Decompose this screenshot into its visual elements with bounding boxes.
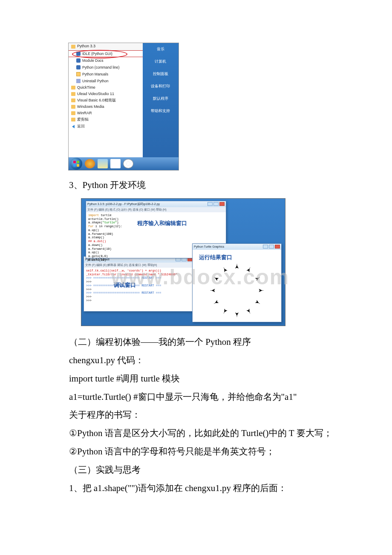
shell-output: self.tk.call((self._w, 'coords') + args)… [84, 268, 194, 304]
folder-icon [71, 86, 75, 90]
startmenu-item-uninstall: Uninstall Python [69, 78, 143, 84]
svg-rect-0 [73, 161, 76, 163]
python-icon [76, 52, 81, 56]
close-icon [275, 245, 280, 249]
folder-icon [71, 98, 75, 102]
folder-icon [71, 45, 75, 49]
right-music: 音乐 [143, 46, 179, 53]
startmenu-group-python: Python 3.3 [69, 43, 143, 50]
close-icon [219, 202, 225, 206]
folder-icon [71, 111, 75, 115]
item-label: IDLE (Python GUI) [82, 50, 112, 57]
folder-icon [71, 118, 75, 121]
section-two-heading: （二）编程初体验——我的第一个 Python 程序 [51, 334, 341, 351]
startmenu-folder: Windows Media [69, 104, 143, 110]
editor-titlebar: Python 3.3.5: p106-2-2.py - F:\Python源码\… [86, 201, 226, 207]
startmenu-folder: Visual Basic 6.0精简版 [69, 97, 143, 104]
folder-icon [71, 92, 75, 96]
item-label: Module Docs [82, 57, 104, 64]
right-computer: 计算机 [143, 58, 179, 65]
right-defaults: 默认程序 [143, 95, 179, 102]
section-three-heading: （三）实践与思考 [51, 462, 341, 479]
graphics-title-text: Python Turtle Graphics [194, 244, 224, 249]
taskbar [69, 157, 179, 170]
help-icon [76, 72, 81, 76]
para-rule2: ②Python 语言中的字母和符号只能是半角英文符号； [51, 443, 341, 460]
python-icon [76, 58, 81, 63]
startmenu-item-cmdline: Python (command line) [69, 64, 143, 71]
graphics-titlebar: Python Turtle Graphics [193, 244, 281, 250]
minimize-icon [208, 202, 213, 206]
shell-window: Python 3.3.5 Shell 文件 (F) 编辑 (E) 解释器 调试 … [84, 256, 194, 312]
startmenu-back: 返回 [69, 123, 143, 130]
editor-title-text: Python 3.3.5: p106-2-2.py - F:\Python源码\… [87, 201, 160, 207]
para-code-turtle: a1=turtle.Turtle() #窗口中显示一只海龟，并给他命名为"a1" [51, 389, 341, 406]
minimize-icon [263, 245, 268, 249]
taskbar-icon [110, 159, 121, 168]
startmenu-folder: QuickTime [69, 84, 143, 91]
annotation-shell: 调试窗口 [114, 280, 136, 291]
maximize-icon [213, 202, 219, 206]
item-label: Python Manuals [82, 71, 108, 78]
para-practice1: 1、把 a1.shape("")语句添加在 chengxu1.py 程序的后面： [51, 480, 341, 497]
back-arrow-icon [72, 125, 75, 128]
item-label: Uninstall Python [82, 78, 108, 84]
right-devices: 设备和打印 [143, 83, 179, 90]
window-buttons [263, 245, 280, 249]
ide-screenshot: Python 3.3.5: p106-2-2.py - F:\Python源码\… [81, 198, 285, 326]
right-controlpanel: 控制面板 [143, 70, 179, 78]
graphics-window: Python Turtle Graphics 运行结果窗口 [192, 243, 282, 322]
startmenu-left-panel: Python 3.3 IDLE (Python GUI) Module Docs… [69, 43, 143, 170]
startmenu-right-panel: 音乐 计算机 控制面板 设备和打印 默认程序 帮助和支持 关机 [143, 43, 179, 170]
uninstall-icon [76, 79, 81, 83]
startmenu-folder: 爱剪辑 [69, 116, 143, 123]
startmenu-folder: Ulead VideoStudio 11 [69, 91, 143, 97]
window-buttons [208, 202, 225, 206]
para-code-import: import turtle #调用 turtle 模块 [51, 370, 341, 387]
startmenu-folder: WinRAR [69, 110, 143, 116]
start-orb-icon [70, 158, 82, 170]
startmenu-item-idle: IDLE (Python GUI) [69, 50, 143, 57]
para-rule1-text: ①Python 语言是区分大小写的，比如此处的 Turtle()中的 T 要大写… [69, 428, 332, 438]
python-icon [76, 65, 81, 69]
svg-rect-3 [77, 164, 79, 167]
taskbar-chrome-icon [123, 159, 133, 168]
item-label: Python (command line) [82, 64, 119, 71]
folder-label: 爱剪辑 [77, 116, 89, 123]
folder-icon [71, 105, 75, 109]
heading-devenv: 3、Python 开发环境 [51, 177, 341, 194]
taskbar-icon [85, 159, 95, 168]
svg-rect-2 [73, 164, 76, 167]
startmenu-item-manuals: Python Manuals [69, 71, 143, 78]
editor-menubar: 文件 (F) 编辑 (E) 格式 (O) 运行 (R) 选项 (O) 窗口 (W… [86, 207, 226, 212]
annotation-graphics: 运行结果窗口 [199, 252, 232, 263]
para-rule1: ①Python 语言是区分大小写的，比如此处的 Turtle()中的 T 要大写… [51, 425, 341, 442]
maximize-icon [269, 245, 274, 249]
back-label: 返回 [77, 123, 85, 130]
annotation-editor: 程序输入和编辑窗口 [137, 218, 187, 229]
startmenu-screenshot: Python 3.3 IDLE (Python GUI) Module Docs… [68, 43, 179, 171]
svg-rect-1 [77, 161, 79, 163]
para-code-label: chengxu1.py 代码： [51, 352, 341, 369]
taskbar-explorer-icon [98, 159, 108, 168]
right-help: 帮助和支持 [143, 107, 179, 115]
shell-menubar: 文件 (F) 编辑 (E) 解释器 调试 (D) 选项 窗口 (W) 帮助(H) [84, 263, 194, 268]
para-writing-about: 关于程序的书写： [51, 407, 341, 424]
group-label: Python 3.3 [77, 43, 95, 50]
startmenu-item-moduledocs: Module Docs [69, 57, 143, 64]
